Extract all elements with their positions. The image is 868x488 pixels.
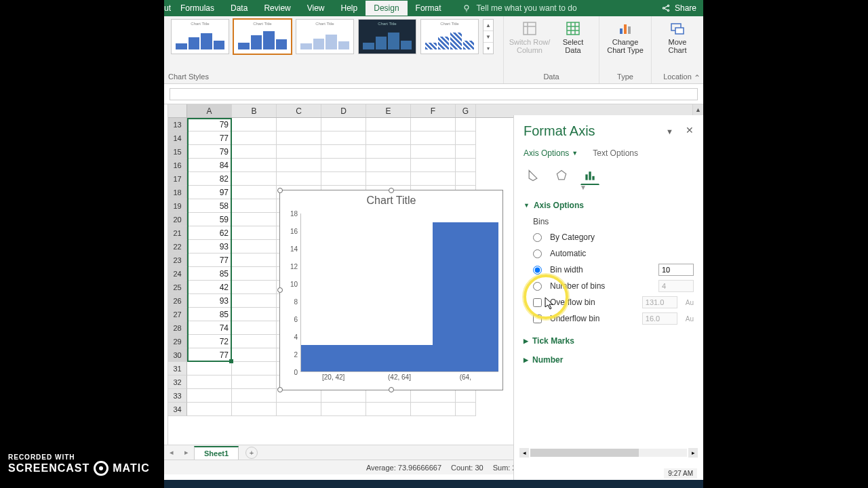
cell[interactable] xyxy=(232,321,277,335)
cell[interactable]: 77 xyxy=(187,131,232,145)
select-data-button[interactable]: Select Data xyxy=(551,19,595,54)
chart-bar[interactable] xyxy=(367,345,433,371)
cell[interactable] xyxy=(232,362,277,375)
cell[interactable] xyxy=(277,118,321,131)
cell[interactable] xyxy=(411,403,456,416)
section-number[interactable]: ▶Number xyxy=(524,355,694,365)
cell[interactable]: 79 xyxy=(187,118,232,131)
cell[interactable] xyxy=(232,118,277,131)
cell[interactable]: 74 xyxy=(187,321,232,335)
opt-underflow-bin[interactable]: Underflow binAu xyxy=(533,310,694,327)
gallery-scroll[interactable]: ▲▼▾ xyxy=(483,19,494,54)
sheet-nav-next-icon[interactable]: ▸ xyxy=(179,448,194,457)
col-header-A[interactable]: A xyxy=(187,104,232,117)
tab-design[interactable]: Design xyxy=(366,1,407,16)
row-header[interactable]: 29 xyxy=(168,335,187,348)
chart-handle[interactable] xyxy=(277,188,283,193)
chart-handle[interactable] xyxy=(389,387,394,392)
chart-y-axis[interactable]: 024681012141618 xyxy=(284,214,300,372)
row-header[interactable]: 22 xyxy=(168,240,187,253)
pane-hscroll-thumb[interactable] xyxy=(530,449,639,457)
tab-review[interactable]: Review xyxy=(256,1,298,16)
cell[interactable] xyxy=(187,375,232,389)
row-header[interactable]: 32 xyxy=(168,375,187,389)
cell[interactable] xyxy=(232,131,277,145)
cell[interactable] xyxy=(232,253,277,267)
cell[interactable]: 42 xyxy=(187,281,232,294)
cell[interactable] xyxy=(366,403,411,416)
chart-style-4[interactable]: Chart Title xyxy=(358,19,416,54)
chart-handle[interactable] xyxy=(277,287,283,293)
cell[interactable] xyxy=(232,389,277,403)
cell[interactable]: 72 xyxy=(187,335,232,348)
tell-me-search[interactable]: Tell me what you want to do xyxy=(450,3,654,13)
select-all-corner[interactable] xyxy=(168,104,187,117)
text-options-tab[interactable]: Text Options xyxy=(593,148,638,158)
tab-help[interactable]: Help xyxy=(333,1,366,16)
row-header[interactable]: 19 xyxy=(168,199,187,213)
cell[interactable] xyxy=(277,403,321,416)
cell[interactable] xyxy=(411,145,456,159)
cell[interactable] xyxy=(456,131,476,145)
cell[interactable] xyxy=(277,389,321,403)
cell[interactable] xyxy=(366,145,411,159)
change-chart-type-button[interactable]: Change Chart Type xyxy=(604,19,647,54)
cell[interactable] xyxy=(232,403,277,416)
cell[interactable] xyxy=(232,199,277,213)
chart-styles-gallery[interactable]: Chart Title Chart Title Chart Title Char… xyxy=(168,19,499,54)
col-header-F[interactable]: F xyxy=(411,104,456,117)
row-header[interactable]: 20 xyxy=(168,213,187,226)
row-header[interactable]: 23 xyxy=(168,253,187,267)
collapse-ribbon-icon[interactable]: ⌃ xyxy=(694,73,701,83)
row-header[interactable]: 21 xyxy=(168,226,187,240)
row-header[interactable]: 25 xyxy=(168,281,187,294)
cell[interactable] xyxy=(456,145,476,159)
cell[interactable] xyxy=(456,172,476,186)
section-axis-options[interactable]: ▼Axis Options xyxy=(524,201,694,210)
row-header[interactable]: 30 xyxy=(168,348,187,362)
chart-style-1[interactable]: Chart Title xyxy=(171,19,229,54)
section-tick-marks[interactable]: ▶Tick Marks xyxy=(524,336,694,346)
formula-bar[interactable] xyxy=(164,88,703,104)
col-header-C[interactable]: C xyxy=(277,104,321,117)
chart-style-3[interactable]: Chart Title xyxy=(296,19,354,54)
chart-bar[interactable] xyxy=(433,222,498,371)
cell[interactable] xyxy=(366,118,411,131)
cell[interactable]: 97 xyxy=(187,186,232,199)
cell[interactable] xyxy=(411,118,456,131)
sheet-nav-prev-icon[interactable]: ◂ xyxy=(164,448,179,457)
gallery-more-icon[interactable]: ▾ xyxy=(484,43,493,54)
move-chart-button[interactable]: Move Chart xyxy=(656,19,699,54)
cell[interactable]: 93 xyxy=(187,294,232,308)
cell[interactable] xyxy=(187,362,232,375)
col-header-E[interactable]: E xyxy=(366,104,411,117)
pane-options-dropdown-icon[interactable]: ▼ xyxy=(666,127,673,136)
cell[interactable]: 58 xyxy=(187,199,232,213)
row-header[interactable]: 34 xyxy=(168,403,187,416)
row-header[interactable]: 28 xyxy=(168,321,187,335)
cell[interactable] xyxy=(456,403,476,416)
cell[interactable] xyxy=(232,281,277,294)
cell[interactable] xyxy=(232,348,277,362)
cell[interactable] xyxy=(411,131,456,145)
row-header[interactable]: 15 xyxy=(168,145,187,159)
cell[interactable] xyxy=(321,159,366,172)
chart-style-5[interactable]: Chart Title xyxy=(420,19,479,54)
cell[interactable] xyxy=(321,145,366,159)
sheet-tab-sheet1[interactable]: Sheet1 xyxy=(194,446,239,460)
cell[interactable] xyxy=(456,389,476,403)
cell[interactable] xyxy=(411,159,456,172)
cell[interactable]: 84 xyxy=(187,159,232,172)
row-header[interactable]: 33 xyxy=(168,389,187,403)
cell[interactable] xyxy=(232,213,277,226)
chart-x-axis[interactable]: [20, 42](42, 64](64, xyxy=(300,373,498,386)
cell[interactable]: 62 xyxy=(187,226,232,240)
chart-handle[interactable] xyxy=(389,188,394,193)
cell[interactable] xyxy=(321,403,366,416)
share-button[interactable]: Share xyxy=(654,3,703,13)
scroll-up-icon[interactable]: ▲ xyxy=(693,104,703,115)
axis-options-tab[interactable]: Axis Options ▼ xyxy=(524,148,578,158)
tab-formulas[interactable]: Formulas xyxy=(172,1,222,16)
opt-number-of-bins[interactable]: Number of bins xyxy=(533,278,694,294)
cell[interactable] xyxy=(321,389,366,403)
